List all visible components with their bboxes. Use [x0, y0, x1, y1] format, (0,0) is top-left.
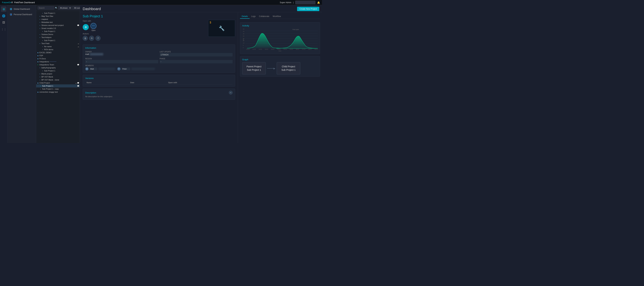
tab-collaborate[interactable]: Collaborate: [257, 14, 271, 19]
tree-node[interactable]: ▪ bathy/topography: [36, 66, 80, 69]
versions-table: Name Date Open with: [85, 81, 232, 84]
activity-title: Activity: [242, 24, 318, 27]
tree-sidebar: 🔍 All phases All customers ▼ ▪ Sub Proje…: [36, 5, 80, 143]
tree-search-input[interactable]: [38, 6, 54, 10]
open-with-gear-button[interactable]: ⚙: [83, 24, 89, 30]
folder-icon: ▪: [39, 33, 41, 35]
customers-filter[interactable]: All customers: [72, 6, 80, 10]
node-label: connection sluggy test: [40, 91, 58, 93]
x-axis-labels: 10/23 11/23 12/23 01/24 02/24 03/24 04/2…: [246, 48, 318, 50]
node-label: Sub Project 1: [42, 85, 53, 87]
app-name: FieldTwin Dashboard: [14, 1, 35, 4]
description-title-row: Description ✏: [85, 91, 232, 94]
y-axis-label: Log: [242, 39, 244, 41]
copy-button[interactable]: ⧉: [89, 36, 94, 41]
tree-node[interactable]: ▪ Map Test Olav: [36, 15, 80, 18]
tree-node[interactable]: ▪ Subsea Demo: [36, 33, 80, 36]
versions-section: Versions Name Date Open with: [83, 75, 235, 86]
tree-node[interactable]: ▪ Test Asbjorn: [36, 36, 80, 39]
topbar-brand-area: FutureOn® FieldTwin Dashboard: [2, 1, 35, 4]
tree-node[interactable]: ▪ maptest: [36, 18, 80, 21]
past-year-label: Past year: [292, 29, 299, 30]
tree-body: ▪ Sub Project 1 ▪ Map Test Olav ▪ maptes…: [36, 11, 80, 143]
root-icon: ■: [37, 58, 39, 60]
versions-title: Versions: [85, 77, 232, 80]
main-body: Sub Project 1 Open with ⚙ 〰 Open: [80, 12, 322, 143]
sidebar-icon-home[interactable]: ⊞: [1, 6, 6, 12]
tree-node[interactable]: ▪ Sub Project 1: [36, 30, 80, 33]
node-actions: 💬: [77, 64, 79, 66]
sidebar-item-global-dashboard[interactable]: 🌐 Global Dashboard: [8, 6, 36, 12]
personal-dashboard-label: Personal Dashboard: [14, 13, 32, 16]
description-section: Description ✏ No description for this su…: [83, 88, 235, 100]
app-layout: ⊞ 🌐 🖼 ⋮⋮ 🌐 Global Dashboard 👤 Personal D…: [0, 5, 322, 143]
create-new-project-button[interactable]: Create New Project: [297, 7, 319, 11]
tab-details[interactable]: Details: [240, 14, 250, 19]
tree-node[interactable]: ■ Integrations: [36, 60, 80, 63]
root-icon: ■: [37, 61, 39, 63]
tree-node[interactable]: ■ FDP: [36, 54, 80, 57]
x-label: 06/24: [296, 48, 299, 50]
folder-icon: ▪: [39, 79, 41, 81]
file-icon: ▪: [42, 40, 44, 42]
tree-node-selected[interactable]: ▪ Sub Project 1 💬: [36, 84, 80, 88]
tree-node[interactable]: ▪ BP VST Blank: [36, 75, 80, 78]
phases-filter[interactable]: All phases: [58, 6, 72, 10]
tree-node[interactable]: ▪ Sub Project 1: [36, 12, 80, 15]
tree-node[interactable]: ▪ No name ☁: [36, 45, 80, 48]
node-label: Sub Project 1 - copy: [42, 88, 59, 90]
tree-node[interactable]: ▪ BP VST Blank - clone: [36, 78, 80, 81]
tree-node[interactable]: ▪ Sub Project 1: [36, 69, 80, 72]
tree-node[interactable]: ■ EXCEL DEMO: [36, 51, 80, 54]
detail-tabs: Details Logs Collaborate Workflow: [240, 14, 320, 19]
x-label: 11/23: [252, 48, 256, 50]
y-axis: 40 35 30 25 20 15 10 5 0: [242, 28, 245, 48]
open-with-wave-button[interactable]: 〰 Open: [90, 23, 96, 31]
tree-node[interactable]: ▪ Metadata test: [36, 21, 80, 24]
tab-logs[interactable]: Logs: [250, 14, 257, 19]
delete-button[interactable]: 🗑: [83, 36, 88, 41]
separator: |: [293, 1, 294, 4]
owner-value: matt: [85, 53, 89, 56]
thumbnail-marker: $: [210, 21, 211, 24]
history-button[interactable]: ⏱: [96, 36, 100, 41]
sidebar-icon-globe[interactable]: 🌐: [1, 13, 6, 18]
phase-value: -: [160, 60, 233, 63]
tree-node[interactable]: ● Integrations Team 💬: [36, 63, 80, 66]
y-label: 40: [243, 28, 245, 30]
tree-node[interactable]: ■ Child Project ☁ 💬: [36, 81, 80, 84]
globe-icon: 🌐: [10, 8, 12, 10]
file-icon: ▪: [42, 70, 44, 72]
node-actions: 💬: [77, 24, 79, 26]
node-label: Sub Project 1: [44, 70, 55, 72]
phase-field: PHASE -: [160, 58, 233, 63]
tree-node[interactable]: ▪ Test Field ☁: [36, 42, 80, 45]
node-label: Sub Project 1: [44, 40, 55, 42]
folder-icon: ▪: [39, 67, 41, 69]
sidebar-item-personal-dashboard[interactable]: 👤 Personal Dashboard: [8, 12, 36, 17]
tree-node[interactable]: ■ connection sluggy test: [36, 90, 80, 94]
tree-node[interactable]: ■ Ft Docs: [36, 57, 80, 60]
tree-node[interactable]: ▪ Sub Project 1 - copy: [36, 88, 80, 90]
node-label: Sub Project 1: [44, 12, 55, 14]
project-flow: Parent Project Sub Project 1 ▶ Child Pro…: [242, 62, 318, 74]
tree-node[interactable]: ▪ Simens second test project 💬: [36, 24, 80, 27]
child-line2: Sub Project 1: [282, 68, 296, 71]
graph-title: Graph: [242, 58, 318, 61]
topbar-search-input[interactable]: [295, 1, 316, 4]
node-label: Test Field: [42, 42, 49, 44]
folder-icon: ▪: [39, 24, 41, 26]
tab-workflow[interactable]: Workflow: [271, 14, 282, 19]
folder-icon: ▪: [39, 21, 41, 23]
tree-node[interactable]: ▪ ROV-demo: [36, 48, 80, 51]
edit-description-button[interactable]: ✏: [229, 91, 232, 94]
bell-icon[interactable]: 🔔: [317, 1, 320, 4]
last-update-field: LAST UPDATE 17/04/24: [160, 51, 233, 56]
sidebar-icon-grid[interactable]: ⋮⋮: [1, 26, 6, 32]
tree-node[interactable]: ▪ Sub Project 1: [36, 39, 80, 42]
gear-btn-icon: ⚙: [83, 24, 89, 30]
sidebar-icon-image[interactable]: 🖼: [1, 20, 6, 25]
tree-node[interactable]: ▪ Blank project: [36, 72, 80, 75]
tree-node[interactable]: ▪ Smart models 2.0: [36, 27, 80, 30]
x-label: 05/24: [290, 48, 293, 50]
